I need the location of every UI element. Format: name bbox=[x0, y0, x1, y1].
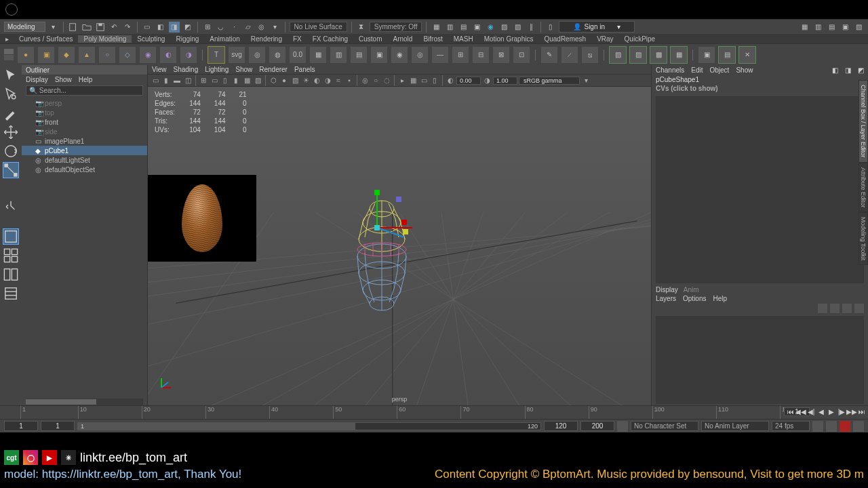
outliner-menu-display[interactable]: Display bbox=[26, 76, 48, 83]
vp-aa-icon[interactable]: ▪ bbox=[344, 76, 354, 85]
workspace-selector[interactable]: Modeling bbox=[4, 22, 45, 32]
vp-res-gate-icon[interactable]: ▯ bbox=[220, 76, 230, 85]
dropdown-icon[interactable]: ▾ bbox=[48, 22, 59, 33]
open-scene-icon[interactable] bbox=[81, 22, 92, 33]
shelf-button[interactable]: ✕ bbox=[739, 47, 755, 63]
shelf-menu-icon[interactable]: ▸ bbox=[0, 35, 14, 43]
charset-dropdown[interactable]: No Character Set bbox=[631, 421, 698, 431]
prefs-icon[interactable] bbox=[853, 421, 864, 432]
record-icon[interactable] bbox=[840, 421, 850, 432]
layer-btn1-icon[interactable] bbox=[818, 304, 827, 313]
shelf-button[interactable]: ▩ bbox=[650, 47, 667, 63]
shelf-tab[interactable]: FX bbox=[288, 35, 307, 43]
layer-menu-help[interactable]: Help bbox=[713, 295, 727, 302]
shelf-button[interactable]: ⟋ bbox=[561, 47, 578, 63]
shelf-tab[interactable]: MASH bbox=[448, 35, 479, 43]
outliner-item[interactable]: ▭imagePlane1 bbox=[22, 136, 147, 146]
outliner-item[interactable]: ◎defaultLightSet bbox=[22, 155, 147, 165]
outliner-item[interactable]: ◎defaultObjectSet bbox=[22, 165, 147, 174]
vp-ao-icon[interactable]: ◑ bbox=[323, 76, 332, 85]
select-hier-icon[interactable]: ◧ bbox=[155, 22, 166, 33]
move-tool-icon[interactable] bbox=[3, 125, 18, 140]
shelf-button[interactable]: ◆ bbox=[58, 47, 75, 63]
shelf-button[interactable]: ◑ bbox=[180, 47, 197, 63]
shelf-button[interactable]: ⧅ bbox=[582, 47, 598, 63]
shelf-button[interactable]: ▤ bbox=[719, 47, 735, 63]
shelf-button[interactable]: svg bbox=[229, 47, 245, 63]
shelf-button[interactable]: ● bbox=[18, 47, 34, 63]
cb-menu-object[interactable]: Object bbox=[710, 66, 730, 74]
shelf-tab[interactable]: Motion Graphics bbox=[479, 35, 539, 43]
workspace-layout5-icon[interactable]: ▨ bbox=[853, 22, 864, 33]
vp-light-icon[interactable]: ☀ bbox=[301, 76, 311, 85]
go-end-icon[interactable]: ⏭ bbox=[857, 407, 867, 416]
fps-dropdown[interactable]: 24 fps bbox=[772, 421, 810, 431]
play-back-icon[interactable]: ◀ bbox=[816, 407, 826, 416]
ipr-icon[interactable]: ▨ bbox=[498, 22, 509, 33]
shelf-button[interactable]: ◇ bbox=[119, 47, 136, 63]
shelf-button[interactable]: ▣ bbox=[38, 47, 54, 63]
render-icon[interactable]: ▣ bbox=[471, 22, 482, 33]
side-tab-attr[interactable]: Attribute Editor bbox=[859, 163, 868, 213]
hist-icon[interactable]: ▦ bbox=[431, 22, 441, 33]
panel-toggle-icon[interactable]: ▯ bbox=[545, 22, 556, 33]
redo-icon[interactable]: ↷ bbox=[122, 22, 133, 33]
shelf-tab[interactable]: Bifrost bbox=[418, 35, 448, 43]
shelf-tab[interactable]: Animation bbox=[204, 35, 245, 43]
layer-btn3-icon[interactable] bbox=[842, 304, 852, 313]
shelf-tab[interactable]: Curves / Surfaces bbox=[14, 35, 78, 43]
outliner-item[interactable]: 📷persp bbox=[22, 98, 147, 108]
two-pane-icon[interactable] bbox=[3, 267, 18, 282]
select-tool-icon[interactable] bbox=[3, 68, 18, 83]
vp-colorspace-dropdown[interactable]: sRGB gamma bbox=[519, 77, 580, 85]
vp-menu-lighting[interactable]: Lighting bbox=[205, 66, 229, 73]
range-max[interactable]: 200 bbox=[580, 421, 614, 431]
single-pane-icon[interactable] bbox=[3, 229, 18, 244]
vp-gamma-field[interactable]: 1.00 bbox=[493, 77, 517, 85]
vp-bookmark-icon[interactable]: ▮ bbox=[161, 76, 171, 85]
vp-expose2-icon[interactable]: ▦ bbox=[408, 76, 418, 85]
scale-tool-icon[interactable] bbox=[3, 163, 18, 178]
select-comp-icon[interactable]: ◩ bbox=[182, 22, 193, 33]
select-obj-icon[interactable]: ◨ bbox=[169, 22, 180, 33]
shelf-button[interactable]: ◍ bbox=[269, 47, 285, 63]
play-min[interactable]: 1 bbox=[41, 421, 75, 431]
shelf-button[interactable]: ✎ bbox=[541, 47, 557, 63]
shelf-toggle-icon[interactable] bbox=[4, 49, 14, 54]
shelf-tab[interactable]: Custom bbox=[353, 35, 387, 43]
vp-texture-icon[interactable]: ▨ bbox=[290, 76, 300, 85]
vp-menu-panels[interactable]: Panels bbox=[294, 66, 315, 73]
outliner-search[interactable]: 🔍 Search... bbox=[26, 85, 143, 96]
outliner-scrollbar[interactable] bbox=[26, 399, 143, 405]
lasso-tool-icon[interactable] bbox=[3, 87, 18, 102]
vp-expose4-icon[interactable]: ▯ bbox=[430, 76, 439, 85]
sym-icon[interactable]: ⧗ bbox=[356, 22, 367, 33]
next-frame-icon[interactable]: |▶ bbox=[837, 407, 846, 416]
undo-icon[interactable]: ↶ bbox=[108, 22, 119, 33]
shelf-tab[interactable]: Rigging bbox=[170, 35, 204, 43]
outliner-item[interactable]: 📷front bbox=[22, 117, 147, 127]
layer-btn4-icon[interactable] bbox=[854, 304, 864, 313]
pause-icon[interactable]: ∥ bbox=[526, 22, 536, 33]
side-tab-tool[interactable]: Modeling Toolkit bbox=[859, 212, 868, 265]
signin-button[interactable]: 👤Sign in▾ bbox=[559, 21, 635, 33]
vp-exposure-field[interactable]: 0.00 bbox=[456, 77, 481, 85]
go-start-icon[interactable]: ⏮ bbox=[786, 407, 795, 416]
four-pane-icon[interactable] bbox=[3, 248, 18, 263]
snap-live-icon[interactable]: ◎ bbox=[256, 22, 267, 33]
render2-icon[interactable]: ◉ bbox=[485, 22, 496, 33]
shelf-button[interactable]: ⊞ bbox=[452, 47, 469, 63]
shape-name[interactable]: pCubeShape1 bbox=[652, 75, 868, 85]
shelf-cog-icon[interactable] bbox=[4, 55, 14, 60]
vp-gamma-icon[interactable]: ◐ bbox=[446, 76, 455, 85]
layer-tab-anim[interactable]: Anim bbox=[684, 286, 699, 293]
cb-menu-show[interactable]: Show bbox=[736, 66, 753, 74]
cb-menu-edit[interactable]: Edit bbox=[691, 66, 703, 74]
vp-isolate-icon[interactable]: ◎ bbox=[360, 76, 370, 85]
vp-menu-view[interactable]: View bbox=[152, 66, 167, 73]
shelf-tab[interactable]: Rendering bbox=[245, 35, 288, 43]
vp-menu-renderer[interactable]: Renderer bbox=[259, 66, 288, 73]
workspace-layout4-icon[interactable]: ▣ bbox=[840, 22, 850, 33]
snap-plane-icon[interactable]: ▱ bbox=[243, 22, 254, 33]
vp-gamma2-icon[interactable]: ◑ bbox=[482, 76, 492, 85]
